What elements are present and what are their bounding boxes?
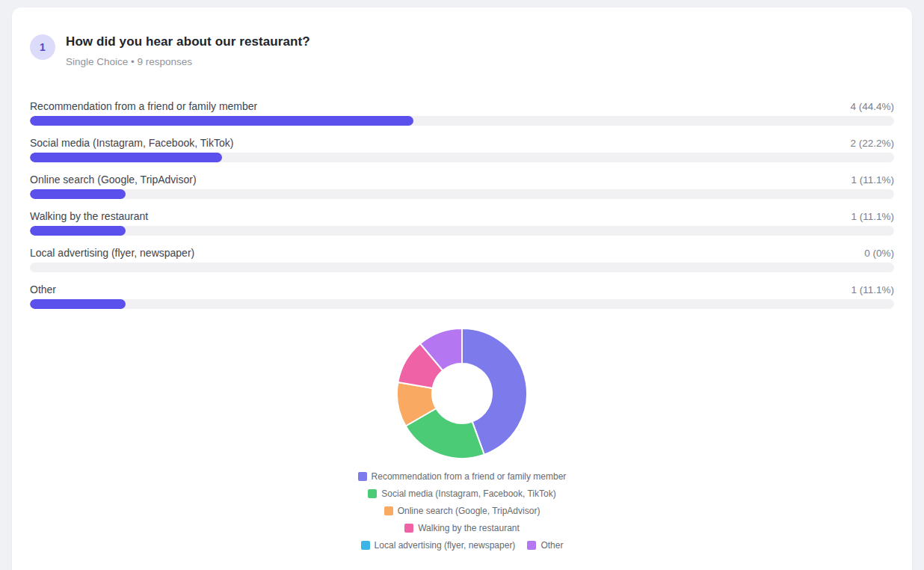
answer-row: Recommendation from a friend or family m…: [30, 100, 894, 126]
answer-count-percent: 1 (11.1%): [851, 174, 894, 186]
answer-bar-track: [30, 153, 894, 162]
legend-color-swatch: [384, 506, 393, 515]
legend-item[interactable]: Walking by the restaurant: [404, 523, 520, 533]
answer-count-percent: 2 (22.2%): [850, 138, 894, 149]
legend-label: Local advertising (flyer, newspaper): [375, 540, 516, 551]
answer-bar-fill: [30, 189, 126, 199]
answer-count-percent: 0 (0%): [864, 248, 894, 259]
answer-label: Social media (Instagram, Facebook, TikTo…: [30, 137, 233, 149]
answer-results-list: Recommendation from a friend or family m…: [30, 100, 894, 309]
legend-item[interactable]: Other: [527, 540, 563, 551]
legend-item[interactable]: Local advertising (flyer, newspaper): [361, 540, 516, 551]
legend-label: Other: [540, 540, 563, 551]
legend-color-swatch: [368, 489, 377, 498]
answer-bar-track: [30, 299, 894, 309]
question-number-badge: 1: [30, 34, 55, 60]
legend-color-swatch: [404, 524, 413, 533]
legend-item[interactable]: Recommendation from a friend or family m…: [358, 471, 567, 482]
answer-count-percent: 1 (11.1%): [851, 284, 894, 295]
answer-label: Recommendation from a friend or family m…: [30, 100, 257, 112]
answer-bar-track: [30, 226, 894, 236]
legend-color-swatch: [358, 472, 367, 481]
legend-item[interactable]: Online search (Google, TripAdvisor): [384, 506, 540, 516]
answer-row: Other 1 (11.1%): [30, 284, 894, 309]
question-title: How did you hear about our restaurant?: [66, 34, 310, 49]
legend-label: Recommendation from a friend or family m…: [372, 471, 567, 482]
question-meta: Single Choice • 9 responses: [66, 56, 310, 67]
legend-color-swatch: [527, 541, 536, 550]
answer-row: Local advertising (flyer, newspaper) 0 (…: [30, 247, 894, 272]
legend-label: Walking by the restaurant: [418, 523, 520, 533]
donut-chart-area: [30, 326, 894, 461]
donut-chart[interactable]: [395, 326, 529, 461]
question-header: 1 How did you hear about our restaurant?…: [30, 33, 894, 67]
answer-label: Online search (Google, TripAdvisor): [30, 174, 197, 186]
answer-label: Local advertising (flyer, newspaper): [30, 247, 194, 259]
answer-bar-track: [30, 116, 894, 126]
legend-item[interactable]: Social media (Instagram, Facebook, TikTo…: [368, 488, 555, 499]
answer-row: Walking by the restaurant 1 (11.1%): [30, 210, 894, 236]
answer-row: Social media (Instagram, Facebook, TikTo…: [30, 137, 894, 162]
chart-legend: Recommendation from a friend or family m…: [335, 471, 589, 551]
question-results-card: 1 How did you hear about our restaurant?…: [12, 7, 912, 570]
answer-bar-fill: [30, 153, 222, 162]
legend-color-swatch: [361, 541, 370, 550]
legend-label: Social media (Instagram, Facebook, TikTo…: [381, 488, 555, 499]
answer-label: Walking by the restaurant: [30, 210, 148, 222]
legend-label: Online search (Google, TripAdvisor): [398, 506, 540, 516]
answer-label: Other: [30, 284, 56, 295]
answer-bar-fill: [30, 299, 126, 309]
answer-count-percent: 1 (11.1%): [851, 211, 894, 222]
answer-row: Online search (Google, TripAdvisor) 1 (1…: [30, 174, 894, 199]
answer-count-percent: 4 (44.4%): [850, 101, 894, 112]
answer-bar-track: [30, 263, 894, 272]
answer-bar-fill: [30, 116, 413, 126]
answer-bar-track: [30, 189, 894, 199]
answer-bar-fill: [30, 226, 126, 236]
